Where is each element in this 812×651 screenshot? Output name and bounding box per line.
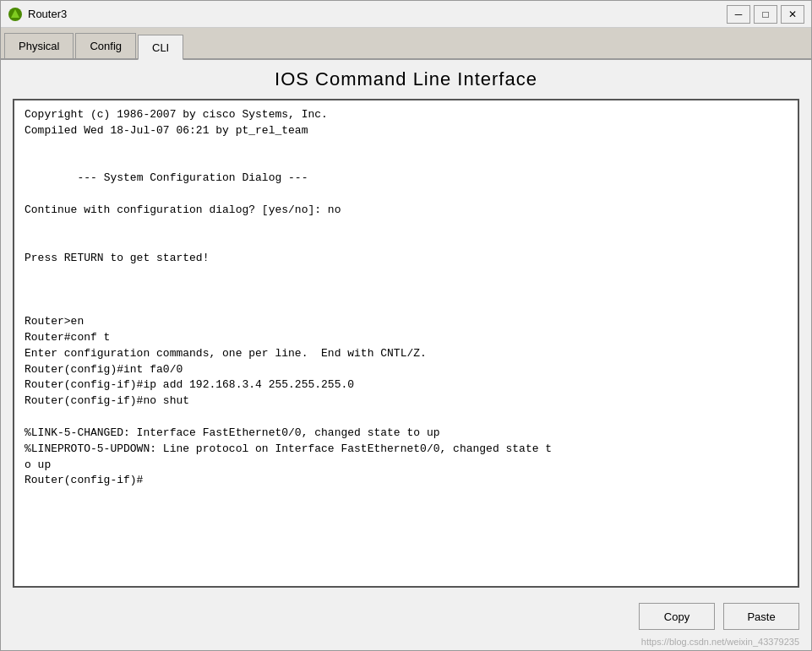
- terminal-output: Copyright (c) 1986-2007 by cisco Systems…: [25, 107, 787, 489]
- tab-bar: Physical Config CLI: [1, 28, 811, 60]
- paste-button[interactable]: Paste: [723, 603, 799, 630]
- title-bar: Router3 ─ □ ✕: [1, 1, 811, 28]
- copy-button[interactable]: Copy: [639, 603, 715, 630]
- terminal-scroll-area[interactable]: Copyright (c) 1986-2007 by cisco Systems…: [14, 100, 798, 586]
- window-title: Router3: [28, 8, 727, 20]
- main-window: Router3 ─ □ ✕ Physical Config CLI IOS Co…: [0, 0, 812, 651]
- tab-cli[interactable]: CLI: [138, 35, 183, 60]
- minimize-button[interactable]: ─: [727, 5, 750, 24]
- maximize-button[interactable]: □: [754, 5, 777, 24]
- bottom-bar: Copy Paste: [1, 596, 811, 637]
- watermark: https://blog.csdn.net/weixin_43379235: [1, 637, 811, 650]
- terminal-container[interactable]: Copyright (c) 1986-2007 by cisco Systems…: [13, 99, 799, 588]
- app-icon: [8, 7, 23, 22]
- window-controls: ─ □ ✕: [727, 5, 804, 24]
- tab-config[interactable]: Config: [75, 33, 136, 58]
- tab-physical[interactable]: Physical: [4, 33, 74, 58]
- close-button[interactable]: ✕: [781, 5, 804, 24]
- page-title: IOS Command Line Interface: [13, 68, 799, 90]
- main-content: IOS Command Line Interface Copyright (c)…: [1, 60, 811, 596]
